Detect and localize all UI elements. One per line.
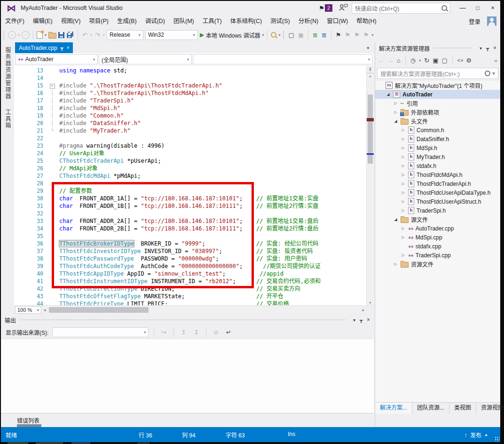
tree-item-thostftdcmdapi-h[interactable]: ▷hThostFtdcMdApi.h — [375, 170, 500, 179]
collapse-region-icon[interactable]: − — [50, 84, 55, 89]
code-line-29[interactable]: 29// 配置参数 — [14, 187, 367, 195]
expand-arrow-icon[interactable]: ▷ — [393, 101, 398, 105]
tree-item-datasniffer-h[interactable]: ▷hDataSniffer.h — [375, 135, 500, 143]
redo-dropdown-icon[interactable]: ▾ — [103, 33, 105, 37]
menu-item-1[interactable]: 编辑(E) — [29, 15, 57, 27]
menu-item-9[interactable]: 测试(S) — [266, 15, 294, 27]
navigate-forward-icon[interactable]: → — [22, 31, 30, 39]
expand-arrow-icon[interactable]: ▷ — [401, 128, 406, 132]
code-line-30[interactable]: 30char FRONT_ADDR_1A[] = "tcp://180.168.… — [14, 195, 367, 202]
expand-arrow-icon[interactable]: ▷ — [401, 235, 406, 239]
output-source-combo[interactable]: ▾ — [52, 327, 149, 337]
pin-icon[interactable]: ┳ — [486, 46, 489, 51]
expand-arrow-icon[interactable]: ▷ — [393, 110, 398, 114]
forward-icon[interactable]: → — [387, 57, 394, 64]
code-line-28[interactable]: 28 — [14, 180, 367, 187]
undo-icon[interactable]: ↶ — [81, 32, 88, 39]
quick-launch-input[interactable]: 快速启动 (Ctrl+Q) — [352, 3, 450, 14]
toolbar-overflow-icon[interactable]: ▾ — [372, 33, 374, 37]
code-line-42[interactable]: 42TThostFtdcDirectionType DIRECTION; // … — [14, 285, 367, 293]
menu-item-3[interactable]: 项目(P) — [85, 15, 113, 27]
output-content[interactable] — [1, 339, 374, 413]
tree-item-traderspi-h[interactable]: ▷hTraderSpi.h — [375, 206, 500, 215]
indent-increase-icon[interactable]: ≣ — [321, 32, 328, 39]
code-line-25[interactable]: 25CThostFtdcTraderApi *pUserApi; — [14, 157, 367, 165]
publish-button[interactable]: ↑ 发布 ▲ — [459, 427, 488, 442]
code-line-18[interactable]: 18│#include "MdSpi.h" — [14, 104, 367, 112]
expand-arrow-icon[interactable]: ▷ — [401, 208, 406, 213]
notification-count-badge[interactable]: 2 — [325, 4, 332, 12]
tree-item-thostftdcuserapistruct-h[interactable]: ▷hThostFtdcUserApiStruct.h — [375, 197, 500, 206]
bookmark-icon[interactable]: ⚑ — [335, 32, 342, 39]
horizontal-scroll-thumb[interactable] — [49, 307, 149, 313]
code-line-36[interactable]: 36TThostFtdcBrokerIDType BROKER_ID = "99… — [14, 240, 367, 247]
solution-search-input[interactable]: 搜索解决方案资源管理器(Ctrl+;) ▾ — [377, 68, 498, 79]
code-line-41[interactable]: 41TThostFtdcInstrumentIDType INSTRUMENT_… — [14, 278, 367, 285]
code-line-24[interactable]: 24// UserApi对象 — [14, 150, 367, 157]
close-icon[interactable]: × — [493, 45, 496, 51]
code-line-20[interactable]: 20│#include "DataSniffer.h" — [14, 119, 367, 127]
solution-platform-combo[interactable]: Win32▾ — [145, 30, 198, 40]
wrench-icon[interactable]: ⚙ — [466, 57, 472, 64]
panel-tab-3[interactable]: 资源视图 — [476, 403, 504, 414]
back-icon[interactable]: ← — [378, 57, 384, 64]
tab-server-explorer[interactable]: 服务器资源管理器 — [1, 42, 15, 104]
panel-tab-1[interactable]: 团队资源... — [412, 403, 449, 414]
code-line-31[interactable]: 31char FRONT_ADDR_1B[] = "tcp://180.168.… — [14, 202, 367, 210]
tree-item-mdspi-h[interactable]: ▷hMdSpi.h — [375, 143, 500, 152]
prev-message-icon[interactable]: ↥ — [179, 329, 188, 336]
tree-item-traderspi-cpp[interactable]: ▷++TraderSpi.cpp — [375, 251, 500, 260]
code-line-19[interactable]: 19│#include "Common.h" — [14, 112, 367, 119]
close-icon[interactable]: × — [367, 317, 370, 323]
new-file-icon[interactable] — [37, 32, 43, 39]
new-file-dropdown-icon[interactable]: ▾ — [45, 33, 47, 37]
clear-output-icon[interactable]: ⊘ — [212, 329, 220, 336]
tree-item-mdspi-cpp[interactable]: ▷++MdSpi.cpp — [375, 233, 500, 242]
title-bar[interactable]: ⋈ MyAutoTrader - Microsoft Visual Studio… — [1, 1, 500, 15]
toolbar-grip[interactable] — [283, 30, 285, 40]
menu-item-0[interactable]: 文件(F) — [1, 15, 29, 27]
search-icon[interactable] — [441, 5, 447, 11]
maximize-button[interactable]: □ — [470, 2, 485, 14]
find-dropdown-icon[interactable]: ▾ — [278, 33, 280, 37]
navigate-back-dropdown-icon[interactable]: ▾ — [18, 33, 20, 37]
word-wrap-icon[interactable]: ↵ — [224, 329, 233, 336]
menu-item-6[interactable]: 团队(M) — [169, 15, 198, 27]
expand-arrow-icon[interactable]: ▷ — [401, 146, 406, 150]
window-position-dropdown-icon[interactable]: ▾ — [480, 46, 482, 51]
code-line-37[interactable]: 37TThostFtdcInvestorIDType INVESTOR_ID =… — [14, 247, 367, 255]
tree-item-project-autotrader[interactable]: ◢⊞AutoTrader — [375, 90, 500, 99]
collapse-all-icon[interactable]: ▣ — [433, 57, 438, 64]
find-in-files-icon[interactable] — [271, 32, 276, 38]
code-line-17[interactable]: 17│#include "TraderSpi.h" — [14, 97, 367, 104]
code-line-39[interactable]: 39TThostFtdcAuthCodeType AuthCode = "000… — [14, 262, 367, 270]
scroll-left-icon[interactable]: ◄ — [41, 308, 48, 312]
indent-decrease-icon[interactable]: ≣ — [312, 32, 319, 39]
menu-item-11[interactable]: 窗口(W) — [323, 15, 352, 27]
feedback-icon[interactable] — [339, 3, 348, 13]
scroll-down-icon[interactable]: ▼ — [367, 301, 374, 304]
pin-icon[interactable]: ┳ — [61, 45, 63, 50]
prev-bookmark-icon[interactable]: ⚑ — [344, 32, 352, 39]
panel-tab-2[interactable]: 类视图 — [449, 403, 476, 414]
tab-autotrader-cpp[interactable]: AutoTrader.cpp ┳ × — [15, 42, 73, 53]
solution-explorer-title-bar[interactable]: 解决方案资源管理器 ▾ ┳ × — [375, 42, 500, 54]
expand-arrow-icon[interactable]: ▷ — [401, 182, 406, 186]
expand-arrow-icon[interactable]: ▷ — [401, 164, 406, 168]
document-list-dropdown-icon[interactable]: ▾ — [367, 46, 369, 50]
code-line-38[interactable]: 38TThostFtdcPasswordType PASSWORD = "000… — [14, 255, 367, 262]
tree-item-source-files[interactable]: ◢源文件 — [375, 215, 500, 224]
save-icon[interactable] — [58, 32, 64, 38]
toolbar-grip[interactable] — [3, 30, 5, 40]
code-line-26[interactable]: 26// MdApi对象 — [14, 165, 367, 172]
member-scope-combo[interactable]: ▾ — [193, 54, 373, 64]
collapse-arrow-icon[interactable]: ◢ — [393, 119, 398, 123]
code-line-35[interactable]: 35 — [14, 232, 367, 240]
code-line-32[interactable]: 32 — [14, 210, 367, 217]
panel-tab-0[interactable]: 解决方案... — [375, 402, 412, 414]
splitter-handle[interactable]: ⇕ — [367, 66, 374, 73]
code-line-34[interactable]: 34char FRONT_ADDR_2B[] = "tcp://180.168.… — [14, 225, 367, 232]
tree-item-references[interactable]: ▷▪▪引用 — [375, 99, 500, 108]
collapse-arrow-icon[interactable]: ◢ — [386, 92, 391, 96]
menu-item-5[interactable]: 调试(D) — [141, 15, 169, 27]
